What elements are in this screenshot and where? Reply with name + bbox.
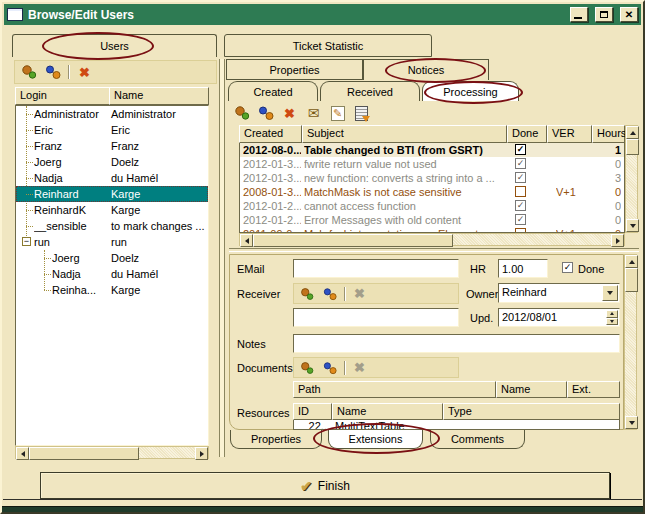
link-notice-icon[interactable]	[257, 105, 274, 121]
column-header-created[interactable]: Created	[239, 125, 302, 143]
delete-user-icon[interactable]: ✖	[76, 64, 93, 80]
notice-row[interactable]: 2012-01-3...new function: converts a str…	[240, 171, 624, 185]
notice-row[interactable]: 2012-01-3...fwrite return value not used…	[240, 157, 624, 171]
link-user-icon[interactable]	[44, 64, 61, 80]
notice-row[interactable]: 2012-01-2...Error Messages with old cont…	[240, 213, 624, 227]
email-field[interactable]	[293, 259, 459, 278]
user-tree-row[interactable]: AdministratorAdministrator	[16, 106, 208, 122]
tab-received[interactable]: Received	[320, 81, 420, 101]
tab-notices[interactable]: Notices	[363, 59, 489, 80]
tab-users[interactable]: Users	[12, 34, 217, 57]
spin-down-button[interactable]	[606, 318, 618, 326]
link-receiver-icon[interactable]	[321, 286, 338, 302]
finish-button[interactable]: ✔ Finish	[40, 472, 610, 499]
scrollbar-thumb[interactable]	[29, 447, 139, 460]
user-tree-row[interactable]: __sensibleto mark changes ...	[16, 218, 208, 234]
close-button[interactable]: ✕	[620, 7, 638, 22]
edit-notice-icon[interactable]: ✎	[331, 106, 345, 121]
add-user-icon[interactable]	[20, 64, 37, 80]
user-tree-row[interactable]: Nadjadu Hamél	[16, 170, 208, 186]
owner-dropdown[interactable]: Reinhard	[498, 283, 620, 303]
hr-field[interactable]	[498, 259, 548, 278]
done-checkbox[interactable]: ✓	[515, 172, 526, 183]
column-header-type[interactable]: Type	[443, 403, 620, 420]
upd-date-field[interactable]: 2012/08/01	[498, 308, 620, 327]
add-document-icon[interactable]	[298, 360, 315, 376]
user-tree-row[interactable]: Reinha...Karge	[16, 282, 208, 298]
link-document-icon[interactable]	[321, 360, 338, 376]
notices-horizontal-scrollbar[interactable]	[239, 233, 625, 246]
title-bar[interactable]: Browse/Edit Users ✕	[4, 4, 641, 25]
scroll-right-button[interactable]	[195, 447, 208, 460]
add-receiver-icon[interactable]	[298, 286, 315, 302]
send-mail-icon[interactable]: ✉	[305, 105, 322, 121]
scroll-left-button[interactable]	[240, 234, 253, 247]
scroll-down-button[interactable]	[626, 219, 639, 232]
scrollbar-thumb[interactable]	[626, 139, 639, 155]
users-horizontal-scrollbar[interactable]	[15, 446, 209, 459]
tab-bottom-properties[interactable]: Properties	[230, 430, 322, 449]
done-checkbox[interactable]: ✓	[515, 144, 526, 155]
user-tree-row-selected[interactable]: ReinhardKarge	[16, 186, 208, 202]
notice-row[interactable]: 2012-08-0...Table changed to BTI (from G…	[240, 143, 624, 157]
chevron-down-icon[interactable]	[602, 285, 618, 301]
column-header-done[interactable]: Done	[507, 125, 547, 143]
user-tree-row[interactable]: FranzFranz	[16, 138, 208, 154]
column-header-ext[interactable]: Ext.	[567, 381, 620, 398]
notices-vertical-scrollbar[interactable]	[625, 125, 638, 233]
notice-row[interactable]: 2008-01-3...MatchMask is not case sensit…	[240, 185, 624, 199]
column-header-subject[interactable]: Subject	[302, 125, 507, 143]
add-notice-icon[interactable]	[233, 105, 250, 121]
column-header-doc-name[interactable]: Name	[496, 381, 567, 398]
column-header-login[interactable]: Login	[15, 87, 110, 105]
notice-row[interactable]: 2012-01-2...cannot access function✓0	[240, 199, 624, 213]
horizontal-splitter[interactable]	[229, 248, 639, 252]
receiver-field[interactable]	[293, 308, 459, 327]
tab-created[interactable]: Created	[228, 81, 318, 101]
column-header-hours[interactable]: Hours	[592, 125, 625, 143]
window-bottom-frame	[2, 506, 643, 512]
column-header-res-name[interactable]: Name	[332, 403, 443, 420]
scrollbar-thumb[interactable]	[625, 268, 638, 292]
user-tree-row[interactable]: Nadjadu Hamél	[16, 266, 208, 282]
remove-receiver-icon-disabled[interactable]: ✖	[351, 286, 368, 302]
notes-field[interactable]	[293, 334, 620, 353]
scroll-right-button[interactable]	[611, 234, 624, 247]
tab-processing[interactable]: Processing	[422, 81, 519, 101]
done-checkbox[interactable]: ✓	[515, 158, 526, 169]
tab-bottom-extensions[interactable]: Extensions	[328, 430, 423, 449]
column-header-path[interactable]: Path	[293, 381, 496, 398]
tab-properties[interactable]: Properties	[226, 59, 363, 80]
form-done-checkbox[interactable]: ✓	[562, 262, 573, 273]
scroll-up-button[interactable]	[626, 126, 639, 139]
column-header-id[interactable]: ID	[293, 403, 332, 420]
done-checkbox[interactable]: ✓	[515, 214, 526, 225]
tree-expander-icon[interactable]: −	[22, 237, 31, 246]
minimize-button[interactable]	[570, 7, 588, 22]
maximize-button[interactable]	[595, 7, 613, 22]
done-checkbox[interactable]: ✓	[515, 200, 526, 211]
column-header-ver[interactable]: VER	[547, 125, 592, 143]
resources-table[interactable]: 22... MultiTextTable	[293, 420, 620, 430]
tab-bottom-comments[interactable]: Comments	[430, 430, 525, 449]
user-tree-row[interactable]: EricEric	[16, 122, 208, 138]
scrollbar-thumb[interactable]	[253, 234, 453, 247]
done-checkbox[interactable]: ✓	[515, 186, 526, 197]
user-tree-row[interactable]: JoergDoelz	[16, 250, 208, 266]
user-tree-row[interactable]: −runrun	[16, 234, 208, 250]
tab-ticket-statistic[interactable]: Ticket Statistic	[224, 34, 432, 57]
users-tree[interactable]: AdministratorAdministrator EricEric Fran…	[15, 105, 209, 446]
scroll-down-button[interactable]	[625, 416, 638, 429]
spin-up-button[interactable]	[606, 310, 618, 318]
delete-notice-icon[interactable]: ✖	[281, 105, 298, 121]
column-header-name[interactable]: Name	[109, 87, 209, 105]
scroll-left-button[interactable]	[16, 447, 29, 460]
notices-table[interactable]: 2012-08-0...Table changed to BTI (from G…	[239, 143, 625, 233]
scroll-up-button[interactable]	[625, 255, 638, 268]
report-export-icon[interactable]	[355, 106, 368, 121]
user-tree-row[interactable]: JoergDoelz	[16, 154, 208, 170]
user-tree-row[interactable]: ReinhardKKarge	[16, 202, 208, 218]
panel-splitter[interactable]	[219, 59, 225, 457]
remove-document-icon-disabled[interactable]: ✖	[351, 360, 368, 376]
form-vertical-scrollbar[interactable]	[624, 254, 637, 430]
